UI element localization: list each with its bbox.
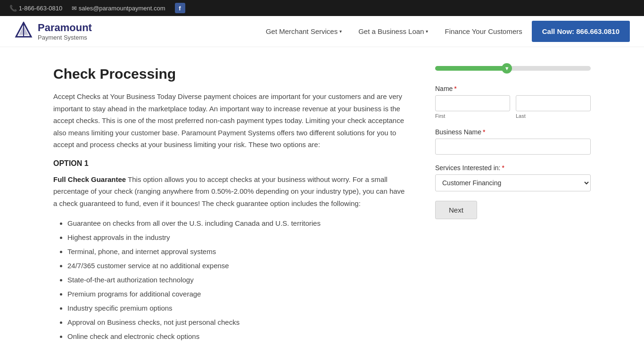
header: Paramount Payment Systems Get Merchant S… bbox=[0, 16, 644, 47]
list-item: 24/7/365 customer service at no addition… bbox=[67, 260, 407, 272]
business-name-label: Business Name* bbox=[435, 128, 591, 136]
progress-bar-container: ▼ bbox=[435, 66, 591, 71]
email-link[interactable]: sales@paramountpayment.com bbox=[72, 5, 165, 12]
list-item: Premium programs for additional coverage bbox=[67, 288, 407, 300]
form-sidebar: ▼ Name* First Last Busi bbox=[435, 66, 591, 347]
first-name-label: First bbox=[435, 113, 510, 119]
list-item: Guarantee on checks from all over the U.… bbox=[67, 218, 407, 229]
last-name-input[interactable] bbox=[516, 95, 591, 111]
services-select[interactable]: Customer Financing Merchant Services Bus… bbox=[435, 174, 591, 191]
list-item: State-of-the-art authorization technolog… bbox=[67, 274, 407, 286]
progress-fill: ▼ bbox=[435, 66, 508, 71]
name-label: Name* bbox=[435, 85, 591, 92]
phone-number: 1-866-663-0810 bbox=[9, 5, 62, 12]
main-nav: Get Merchant Services ▾ Get a Business L… bbox=[259, 21, 630, 42]
option1-heading: OPTION 1 bbox=[53, 159, 407, 168]
name-row: First Last bbox=[435, 95, 591, 119]
services-form-group: Services Interested in:* Customer Financ… bbox=[435, 164, 591, 191]
option1-bold-label: Full Check Guarantee bbox=[53, 175, 126, 183]
first-name-col: First bbox=[435, 95, 510, 119]
list-item: Highest approvals in the industry bbox=[67, 232, 407, 243]
logo[interactable]: Paramount Payment Systems bbox=[14, 22, 92, 41]
logo-name: Paramount bbox=[38, 22, 92, 34]
services-label: Services Interested in:* bbox=[435, 164, 591, 172]
business-name-input[interactable] bbox=[435, 139, 591, 155]
progress-thumb: ▼ bbox=[502, 63, 512, 74]
main-content: Check Processing Accept Checks at Your B… bbox=[39, 66, 605, 347]
business-name-form-group: Business Name* bbox=[435, 128, 591, 155]
list-item: Online check and electronic check option… bbox=[67, 331, 407, 342]
name-form-group: Name* First Last bbox=[435, 85, 591, 119]
progress-track: ▼ bbox=[435, 66, 591, 71]
article-content: Check Processing Accept Checks at Your B… bbox=[53, 66, 407, 347]
list-item: Industry specific premium options bbox=[67, 303, 407, 314]
nav-business-loan[interactable]: Get a Business Loan ▾ bbox=[351, 23, 435, 40]
last-name-col: Last bbox=[516, 95, 591, 119]
next-button[interactable]: Next bbox=[435, 201, 477, 219]
list-item: Terminal, phone, and internet approval s… bbox=[67, 246, 407, 257]
chevron-down-icon: ▾ bbox=[339, 29, 342, 34]
intro-paragraph: Accept Checks at Your Business Today Div… bbox=[53, 90, 407, 151]
nav-finance-customers[interactable]: Finance Your Customers bbox=[438, 23, 529, 40]
nav-merchant-services[interactable]: Get Merchant Services ▾ bbox=[259, 23, 349, 40]
list-item: Approval on Business checks, not just pe… bbox=[67, 317, 407, 328]
first-name-input[interactable] bbox=[435, 95, 510, 111]
option1-description: Full Check Guarantee This option allows … bbox=[53, 173, 407, 210]
page-title: Check Processing bbox=[53, 66, 407, 82]
logo-text: Paramount Payment Systems bbox=[38, 22, 92, 41]
logo-subtitle: Payment Systems bbox=[38, 34, 92, 41]
facebook-icon[interactable]: f bbox=[175, 3, 185, 13]
call-now-button[interactable]: Call Now: 866.663.0810 bbox=[532, 21, 630, 42]
logo-icon bbox=[14, 22, 33, 41]
last-name-label: Last bbox=[516, 113, 591, 119]
feature-list: Guarantee on checks from all over the U.… bbox=[53, 218, 407, 342]
top-bar: 1-866-663-0810 sales@paramountpayment.co… bbox=[0, 0, 644, 16]
chevron-down-icon: ▾ bbox=[426, 29, 428, 34]
